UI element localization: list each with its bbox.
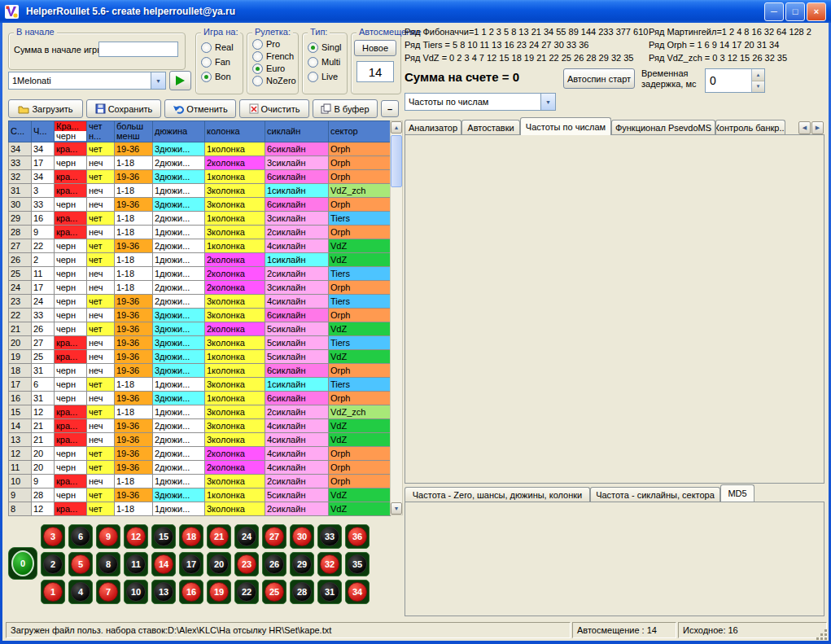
radio-bon[interactable]: Bon	[201, 71, 231, 82]
autoshift-new-button[interactable]: Новое	[354, 40, 396, 56]
number-chip-13[interactable]: 13	[151, 580, 176, 604]
number-chip-10[interactable]: 10	[124, 580, 148, 604]
tab-freq-zero-chances[interactable]: Частота - Zero, шансы, дюжины, колонки	[405, 487, 590, 502]
close-button[interactable]: ×	[807, 2, 826, 21]
tabs-scroll-left-button[interactable]: ◀	[798, 121, 811, 134]
delay-spinner[interactable]: 0 ▲▼	[705, 68, 765, 93]
number-chip-25[interactable]: 25	[262, 580, 286, 604]
number-chip-34[interactable]: 34	[345, 580, 370, 604]
radio-nozero[interactable]: NoZero	[252, 75, 296, 86]
start-sum-input[interactable]	[98, 42, 178, 57]
col-header-range[interactable]: большменш	[115, 121, 153, 142]
spin-down-button[interactable]: ▼	[752, 81, 764, 93]
number-chip-30[interactable]: 30	[290, 524, 314, 549]
number-chip-29[interactable]: 29	[290, 552, 314, 576]
number-chip-3[interactable]: 3	[41, 524, 65, 549]
history-row[interactable]: 2417черннеч1-182дюжи...2колонка3сиклайнO…	[9, 281, 391, 295]
preset-combobox[interactable]: 1Melonati ▼	[8, 72, 166, 90]
spin-up-button[interactable]: ▲	[752, 69, 764, 81]
radio-french[interactable]: French	[252, 50, 294, 62]
chevron-down-icon[interactable]: ▼	[151, 72, 165, 89]
scroll-down-button[interactable]: ▼	[391, 502, 402, 515]
history-row[interactable]: 1220чернчет19-362дюжи...2колонка4сиклайн…	[9, 447, 391, 461]
number-chip-20[interactable]: 20	[207, 552, 231, 576]
col-header-color[interactable]: Кра...черн	[55, 121, 87, 142]
tabs-scroll-right-button[interactable]: ▶	[811, 121, 824, 134]
radio-fan[interactable]: Fan	[201, 56, 230, 68]
history-row[interactable]: 2511черннеч1-181дюжи...2колонка2сиклайнT…	[9, 267, 391, 281]
tab-autobets[interactable]: Автоставки	[461, 120, 520, 135]
load-button[interactable]: Загрузить	[8, 99, 83, 118]
history-row[interactable]: 1831черннеч19-363дюжи...1колонка6сиклайн…	[9, 364, 391, 378]
history-row[interactable]: 313кра...неч1-181дюжи...3колонка1сиклайн…	[9, 184, 391, 198]
number-chip-35[interactable]: 35	[345, 552, 370, 576]
col-header-parity[interactable]: четн...	[87, 121, 115, 142]
number-chip-14[interactable]: 14	[151, 552, 176, 576]
number-chip-7[interactable]: 7	[96, 580, 120, 604]
mode-combobox[interactable]: Частоты по числам ▼	[405, 93, 556, 111]
number-chip-24[interactable]: 24	[234, 524, 259, 549]
resize-grip[interactable]	[824, 637, 827, 640]
maximize-button[interactable]: □	[785, 2, 805, 21]
scroll-thumb[interactable]	[391, 135, 402, 187]
history-row[interactable]: 2126чернчет19-363дюжи...2колонка5сиклайн…	[9, 322, 391, 336]
history-row[interactable]: 1321кра...неч19-362дюжи...3колонка4сикла…	[9, 433, 391, 447]
board-zero-chip[interactable]: 0	[8, 547, 37, 580]
number-chip-21[interactable]: 21	[207, 524, 231, 549]
number-chip-27[interactable]: 27	[262, 524, 286, 549]
history-row[interactable]: 289кра...неч1-181дюжи...3колонка2сиклайн…	[9, 226, 391, 239]
number-chip-6[interactable]: 6	[68, 524, 93, 549]
number-chip-5[interactable]: 5	[68, 552, 93, 576]
tab-analyzer[interactable]: Анализатор	[405, 120, 461, 135]
number-chip-23[interactable]: 23	[234, 552, 259, 576]
history-row[interactable]: 109кра...неч1-181дюжи...3колонка2сиклайн…	[9, 475, 391, 488]
scroll-up-button[interactable]: ▲	[391, 121, 402, 134]
history-scrollbar[interactable]: ▲ ▼	[390, 120, 403, 515]
number-chip-16[interactable]: 16	[179, 580, 203, 604]
number-chip-33[interactable]: 33	[317, 524, 342, 549]
number-chip-26[interactable]: 26	[262, 552, 286, 576]
number-chip-1[interactable]: 1	[41, 580, 65, 604]
number-chip-9[interactable]: 9	[96, 524, 120, 549]
history-row[interactable]: 1120чернчет19-362дюжи...2колонка4сиклайн…	[9, 461, 391, 475]
number-chip-11[interactable]: 11	[124, 552, 148, 576]
history-row[interactable]: 2027кра...неч19-363дюжи...3колонка5сикла…	[9, 336, 391, 350]
number-chip-17[interactable]: 17	[179, 552, 203, 576]
col-header-sixline[interactable]: сиклайн	[265, 121, 329, 142]
radio-singl[interactable]: Singl	[308, 42, 341, 53]
tab-md5[interactable]: MD5	[720, 484, 754, 502]
undo-button[interactable]: Отменить	[164, 99, 236, 118]
copy-to-buffer-button[interactable]: В буфер	[313, 99, 378, 118]
number-chip-31[interactable]: 31	[317, 580, 342, 604]
collapse-button[interactable]: –	[381, 100, 399, 117]
history-row[interactable]: 2916кра...чет1-182дюжи...1колонка3сиклай…	[9, 212, 391, 226]
tab-bankroll-control[interactable]: Контроль банкр...	[715, 120, 785, 135]
history-row[interactable]: 1421кра...неч19-362дюжи...3колонка4сикла…	[9, 419, 391, 433]
clear-button[interactable]: Очистить	[239, 99, 309, 118]
chevron-down-icon[interactable]: ▼	[540, 94, 555, 110]
number-chip-18[interactable]: 18	[179, 524, 203, 549]
history-row[interactable]: 3317черннеч1-182дюжи...2колонка3сиклайнO…	[9, 156, 391, 170]
number-chip-22[interactable]: 22	[234, 580, 259, 604]
radio-pro[interactable]: Pro	[252, 38, 280, 50]
history-row[interactable]: 812кра...чет1-181дюжи...3колонка2сиклайн…	[9, 502, 391, 516]
number-chip-32[interactable]: 32	[317, 552, 342, 576]
col-header-column[interactable]: колонка	[205, 121, 265, 142]
save-button[interactable]: Сохранить	[86, 99, 161, 118]
tab-freq-sixlines-sectors[interactable]: Частота - сиклайны, сектора	[590, 487, 720, 502]
number-chip-19[interactable]: 19	[207, 580, 231, 604]
history-row[interactable]: 2722чернчет19-362дюжи...1колонка4сиклайн…	[9, 239, 391, 253]
number-chip-8[interactable]: 8	[96, 552, 120, 576]
history-row[interactable]: 1512кра...чет1-181дюжи...3колонка2сиклай…	[9, 405, 391, 419]
number-chip-12[interactable]: 12	[124, 524, 148, 549]
history-row[interactable]: 1925кра...неч19-363дюжи...1колонка5сикла…	[9, 350, 391, 364]
history-row[interactable]: 3033черннеч19-363дюжи...3колонка6сиклайн…	[9, 198, 391, 212]
number-chip-2[interactable]: 2	[41, 552, 65, 576]
col-header-number[interactable]: Ч...	[32, 121, 55, 142]
radio-real[interactable]: Real	[201, 42, 234, 53]
number-chip-28[interactable]: 28	[290, 580, 314, 604]
minimize-button[interactable]: ─	[764, 2, 784, 21]
radio-live[interactable]: Live	[308, 71, 338, 82]
history-row[interactable]: 262чернчет1-181дюжи...2колонка1сиклайнVd…	[9, 253, 391, 267]
tab-number-frequencies[interactable]: Частоты по числам	[520, 117, 611, 135]
